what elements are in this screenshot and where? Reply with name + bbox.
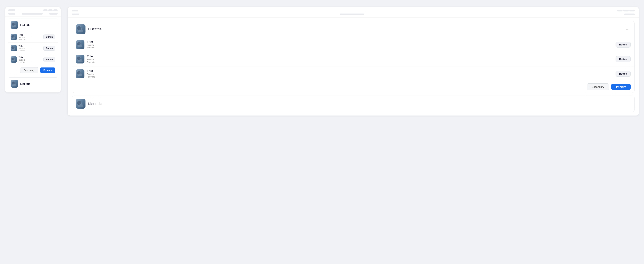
item-footnote: Footnote — [18, 38, 42, 40]
secondary-button[interactable]: Secondary — [20, 67, 38, 73]
list-card-2-title: List title — [20, 82, 48, 85]
item-icon — [10, 34, 17, 40]
desktop-list-item: Title Subtitle Footnote Button — [72, 37, 634, 52]
mobile-frame: List title ··· Title Subtitle Footnote B… — [5, 7, 61, 92]
item-icon — [10, 45, 17, 51]
item-subtitle: Subtitle — [87, 44, 613, 46]
skeleton-bar — [54, 9, 58, 11]
item-action-button[interactable]: Button — [616, 42, 631, 48]
desktop-list-card-2-header: List title ··· — [72, 96, 634, 112]
list-item: Title Subtitle Footnote Button — [8, 54, 58, 65]
item-title: Title — [87, 55, 613, 58]
mobile-frame-header — [5, 7, 61, 16]
icon-image — [10, 80, 18, 88]
item-icon — [76, 70, 84, 78]
item-subtitle: Subtitle — [18, 59, 42, 61]
desktop-list-card-2: List title ··· — [72, 96, 635, 112]
item-subtitle: Subtitle — [18, 48, 42, 50]
skeleton-bar — [49, 13, 58, 14]
item-subtitle: Subtitle — [87, 73, 613, 76]
item-title: Title — [87, 40, 613, 44]
item-title: Title — [18, 56, 42, 59]
desktop-list-card-1-footer: Secondary Primary — [72, 81, 634, 93]
item-content: Title Subtitle Footnote — [87, 40, 613, 49]
item-icon — [10, 56, 17, 62]
item-title: Title — [18, 45, 42, 47]
skeleton-bar — [48, 9, 52, 11]
list-card-1-more-button[interactable]: ··· — [50, 23, 55, 27]
item-icon — [76, 55, 84, 64]
skeleton-bar — [630, 10, 635, 12]
skeleton-bar — [624, 14, 635, 15]
icon-image — [76, 99, 86, 108]
item-content: Title Subtitle Footnote — [87, 55, 613, 64]
skeleton-bar — [22, 13, 43, 14]
list-item: Title Subtitle Footnote Button — [8, 32, 58, 43]
icon-image — [10, 21, 18, 29]
primary-button[interactable]: Primary — [40, 68, 55, 73]
skeleton-bar — [617, 10, 622, 12]
item-action-button[interactable]: Button — [616, 71, 631, 77]
list-card-1-header: List title ··· — [8, 19, 58, 32]
skeleton-bar — [8, 9, 15, 11]
list-card-2-icon — [10, 80, 18, 88]
desktop-list-card-1: List title ··· Title Subtitle Footnote B… — [72, 21, 635, 93]
item-footnote: Footnote — [18, 61, 42, 63]
skeleton-bar — [623, 10, 628, 12]
icon-image — [10, 34, 17, 40]
primary-button[interactable]: Primary — [611, 84, 631, 90]
item-content: Title Subtitle Footnote — [18, 45, 42, 52]
item-footnote: Footnote — [87, 46, 613, 49]
desktop-list-card-1-icon — [76, 24, 86, 34]
item-content: Title Subtitle Footnote — [18, 56, 42, 63]
list-card-2-header: List title ··· — [8, 78, 58, 90]
icon-image — [76, 40, 84, 49]
desktop-list-card-1-title: List title — [88, 27, 622, 31]
item-subtitle: Subtitle — [18, 36, 42, 38]
icon-image — [76, 55, 84, 64]
item-title: Title — [87, 69, 613, 73]
list-card-1-items: Title Subtitle Footnote Button Title Sub… — [8, 32, 58, 65]
item-action-button[interactable]: Button — [43, 34, 55, 39]
item-action-button[interactable]: Button — [43, 46, 55, 51]
skeleton-bar — [72, 14, 80, 15]
secondary-button[interactable]: Secondary — [586, 84, 609, 90]
item-action-button[interactable]: Button — [616, 56, 631, 62]
item-content: Title Subtitle Footnote — [18, 34, 42, 40]
desktop-list-card-2-title: List title — [88, 102, 622, 106]
icon-image — [10, 56, 17, 62]
list-card-2-more-button[interactable]: ··· — [50, 82, 55, 86]
desktop-list-card-1-header: List title ··· — [72, 21, 634, 37]
skeleton-bar — [340, 14, 364, 15]
desktop-frame-body: List title ··· Title Subtitle Footnote B… — [68, 18, 639, 116]
desktop-list-card-2-icon — [76, 99, 86, 108]
list-card-1-footer: Secondary Primary — [8, 65, 58, 75]
item-footnote: Footnote — [18, 50, 42, 52]
list-card-1: List title ··· Title Subtitle Footnote B… — [8, 18, 58, 75]
desktop-frame: List title ··· Title Subtitle Footnote B… — [68, 7, 639, 116]
item-footnote: Footnote — [87, 76, 613, 78]
mobile-frame-body: List title ··· Title Subtitle Footnote B… — [5, 16, 61, 92]
icon-image — [10, 45, 17, 51]
icon-image — [76, 24, 86, 34]
item-footnote: Footnote — [87, 61, 613, 64]
item-subtitle: Subtitle — [87, 58, 613, 61]
item-content: Title Subtitle Footnote — [87, 69, 613, 78]
skeleton-bar — [8, 13, 15, 14]
skeleton-bar — [72, 10, 78, 12]
desktop-frame-header — [68, 7, 639, 18]
item-icon — [76, 40, 84, 49]
desktop-list-item: Title Subtitle Footnote Button — [72, 52, 634, 66]
desktop-list-card-1-more-button[interactable]: ··· — [625, 27, 631, 32]
list-item: Title Subtitle Footnote Button — [8, 43, 58, 54]
item-title: Title — [18, 34, 42, 36]
desktop-list-card-2-more-button[interactable]: ··· — [625, 102, 631, 106]
desktop-list-item: Title Subtitle Footnote Button — [72, 66, 634, 81]
item-action-button[interactable]: Button — [43, 57, 55, 62]
list-card-2: List title ··· — [8, 77, 58, 90]
skeleton-bar — [43, 9, 48, 11]
list-card-1-icon — [10, 21, 18, 29]
desktop-list-card-1-items: Title Subtitle Footnote Button Title Sub… — [72, 37, 634, 81]
icon-image — [76, 70, 84, 78]
list-card-1-title: List title — [20, 24, 48, 26]
